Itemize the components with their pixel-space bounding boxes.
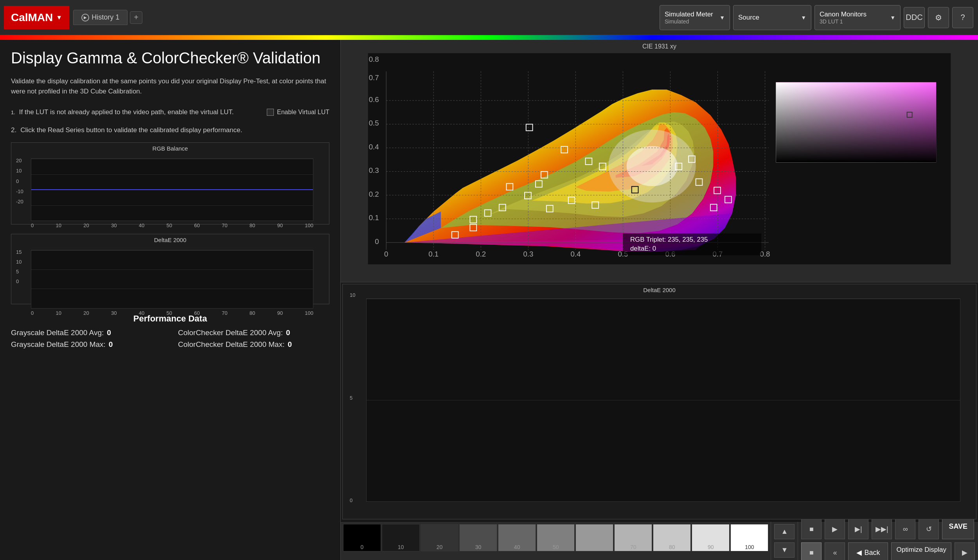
svg-text:0.7: 0.7 xyxy=(369,74,379,82)
grayscale-max-item: Grayscale DeltaE 2000 Max: 0 xyxy=(11,340,162,349)
svg-text:0: 0 xyxy=(375,237,379,246)
top-bar: CalMAN ▼ ▶ History 1 + Simulated Meter S… xyxy=(0,0,978,35)
save-button[interactable]: SAVE xyxy=(942,519,974,539)
simulated-meter-label-bottom: Simulated xyxy=(665,18,713,25)
enable-virtual-lut-checkbox[interactable] xyxy=(267,109,274,116)
svg-text:0.1: 0.1 xyxy=(428,250,439,258)
colorchecker-avg-value: 0 xyxy=(286,328,290,337)
performance-data-section: Performance Data Grayscale DeltaE 2000 A… xyxy=(11,314,329,349)
colorchecker-avg-item: ColorChecker DeltaE 2000 Avg: 0 xyxy=(178,328,329,337)
ddc-button[interactable]: DDC xyxy=(904,7,925,28)
svg-text:0.2: 0.2 xyxy=(369,190,379,198)
play-button[interactable]: ▶ xyxy=(825,519,845,539)
instruction-2-text: Click the Read Series button to validate… xyxy=(20,126,242,134)
instruction-1-text: If the LUT is not already applied to the… xyxy=(19,108,234,116)
svg-text:deltaE: 0: deltaE: 0 xyxy=(630,245,656,252)
swatch-30[interactable]: 30 xyxy=(459,524,497,551)
simulated-meter-arrow: ▼ xyxy=(719,14,725,21)
cie-diagram: 0 0.1 0.2 0.3 0.4 0.5 0.6 0.7 0.8 0 0.1 … xyxy=(341,53,978,264)
back-label: Back xyxy=(864,549,880,557)
rgb-y-label-n20: -20 xyxy=(16,199,23,205)
svg-text:0.3: 0.3 xyxy=(369,166,379,174)
cie-svg: 0 0.1 0.2 0.3 0.4 0.5 0.6 0.7 0.8 0 0.1 … xyxy=(341,53,978,264)
logo-dropdown-arrow[interactable]: ▼ xyxy=(56,14,62,21)
grayscale-avg-label: Grayscale DeltaE 2000 Avg: xyxy=(11,328,104,337)
swatch-10[interactable]: 10 xyxy=(382,524,420,551)
stop-button[interactable]: ■ xyxy=(801,519,822,539)
svg-text:0.8: 0.8 xyxy=(760,250,770,258)
enable-virtual-lut-label[interactable]: Enable Virtual LUT xyxy=(267,109,329,116)
simulated-meter-dropdown[interactable]: Simulated Meter Simulated ▼ xyxy=(660,5,730,30)
source-label: Source xyxy=(738,14,759,22)
swatch-90[interactable]: 90 xyxy=(692,524,730,551)
scroll-controls: ▲ ▼ xyxy=(771,522,798,560)
history-tab[interactable]: ▶ History 1 xyxy=(73,10,128,25)
scroll-up-button[interactable]: ▲ xyxy=(774,524,795,539)
deltae-small-chart-container: DeltaE 2000 15 10 5 0 010203040506070809… xyxy=(11,234,329,304)
back-icon: ◀ xyxy=(856,548,862,557)
help-button[interactable]: ? xyxy=(952,7,973,28)
scroll-down-button[interactable]: ▼ xyxy=(774,542,795,558)
deltae-y-0: 0 xyxy=(16,278,22,284)
instruction-row-1: 1. If the LUT is not already applied to … xyxy=(11,106,329,118)
skip-button[interactable]: ▶▶| xyxy=(872,519,892,539)
enable-virtual-lut-text: Enable Virtual LUT xyxy=(277,109,329,116)
deltae-bottom-container: DeltaE 2000 10 5 0 xyxy=(342,284,976,519)
swatch-0[interactable]: 0 xyxy=(343,524,381,551)
svg-point-2 xyxy=(627,146,678,186)
back-button[interactable]: ◀ Back xyxy=(848,542,888,560)
playback-controls: ■ ▶ ▶| ▶▶| ∞ ↺ SAVE ■ « ◀ Back Optimize … xyxy=(798,522,978,560)
calman-logo-text: CalMAN xyxy=(11,11,53,24)
right-panel: CIE 1931 xy xyxy=(340,40,978,560)
deltae-bottom-y-10: 10 xyxy=(350,292,355,298)
optimize-button[interactable]: Optimize Display xyxy=(891,542,951,560)
rainbow-bar xyxy=(0,35,978,40)
page-title: Display Gamma & ColorChecker® Validation xyxy=(11,49,329,67)
swatches-container: 0 10 20 30 40 50 60 70 80 90 100 xyxy=(341,522,771,560)
refresh-button[interactable]: ↺ xyxy=(919,519,939,539)
deltae-bottom-y-0: 0 xyxy=(350,497,355,503)
canon-monitors-content: Canon Monitors 3D LUT 1 xyxy=(820,11,867,25)
swatch-70[interactable]: 70 xyxy=(614,524,652,551)
colorchecker-avg-label: ColorChecker DeltaE 2000 Avg: xyxy=(178,328,283,337)
next-button[interactable]: ▶ xyxy=(955,542,975,560)
svg-text:0.4: 0.4 xyxy=(570,250,581,258)
swatch-80[interactable]: 80 xyxy=(653,524,691,551)
colorchecker-max-item: ColorChecker DeltaE 2000 Max: 0 xyxy=(178,340,329,349)
svg-text:0.3: 0.3 xyxy=(523,250,533,258)
calman-logo[interactable]: CalMAN ▼ xyxy=(4,6,69,29)
tab-play-icon: ▶ xyxy=(81,14,89,22)
canon-monitors-label-bottom: 3D LUT 1 xyxy=(820,18,867,25)
deltae-y-15: 15 xyxy=(16,249,22,255)
deltae-small-chart-area xyxy=(31,250,313,309)
left-panel: Display Gamma & ColorChecker® Validation… xyxy=(0,40,340,560)
bottom-bar: 0 10 20 30 40 50 60 70 80 90 100 ▲ ▼ ■ ▶ xyxy=(341,521,978,560)
rgb-y-label-n10: -10 xyxy=(16,188,23,194)
main-content: Display Gamma & ColorChecker® Validation… xyxy=(0,40,978,560)
add-tab-button[interactable]: + xyxy=(130,11,142,24)
swatch-60[interactable]: 60 xyxy=(575,524,613,551)
instruction-row-2: 2. Click the Read Series button to valid… xyxy=(11,126,329,134)
swatch-100[interactable]: 100 xyxy=(730,524,768,551)
instruction-1-num: 1. xyxy=(11,109,15,115)
active-indicator[interactable]: ■ xyxy=(801,542,822,560)
settings-button[interactable]: ⚙ xyxy=(928,7,949,28)
canon-monitors-dropdown[interactable]: Canon Monitors 3D LUT 1 ▼ xyxy=(814,5,901,30)
canon-monitors-label-top: Canon Monitors xyxy=(820,11,867,18)
simulated-meter-label-top: Simulated Meter xyxy=(665,11,713,18)
grayscale-avg-value: 0 xyxy=(107,328,111,337)
deltae-y-10: 10 xyxy=(16,259,22,265)
top-right-controls: Simulated Meter Simulated ▼ Source ▼ Can… xyxy=(660,5,978,30)
page-description: Validate the display calibration at the … xyxy=(11,76,329,96)
swatch-40[interactable]: 40 xyxy=(498,524,536,551)
step-button[interactable]: ▶| xyxy=(848,519,868,539)
history-tab-label: History 1 xyxy=(92,13,119,22)
svg-text:0.5: 0.5 xyxy=(369,119,379,127)
loop-button[interactable]: ∞ xyxy=(895,519,915,539)
source-dropdown[interactable]: Source ▼ xyxy=(733,5,811,30)
rgb-balance-chart-area xyxy=(31,158,313,221)
grayscale-max-label: Grayscale DeltaE 2000 Max: xyxy=(11,340,106,349)
prev-button[interactable]: « xyxy=(825,542,845,560)
swatch-20[interactable]: 20 xyxy=(421,524,458,551)
swatch-50[interactable]: 50 xyxy=(537,524,575,551)
